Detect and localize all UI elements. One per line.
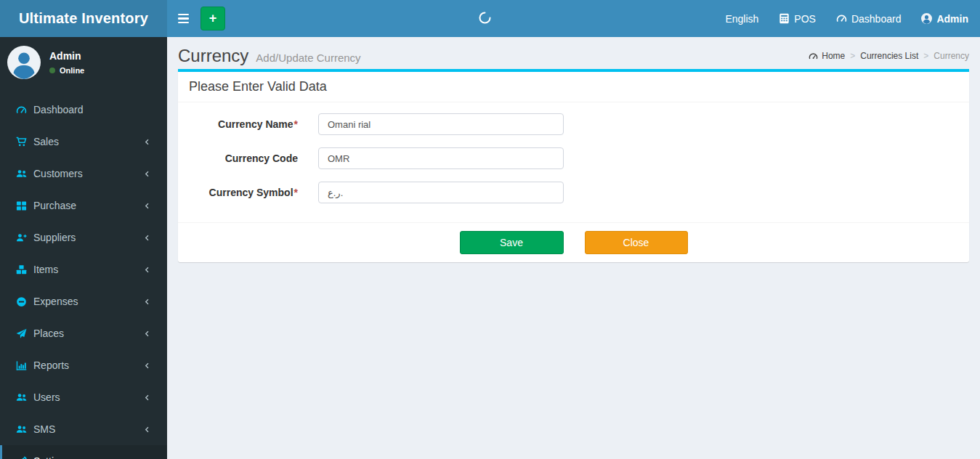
sidebar-item-label: Suppliers [33, 232, 76, 243]
pos-label: POS [794, 13, 816, 25]
currency-symbol-label: Currency Symbol* [189, 187, 298, 198]
sidebar-item-label: Places [33, 328, 64, 339]
dashboard-label: Dashboard [851, 13, 902, 25]
paper-plane-icon [16, 328, 27, 339]
online-status-label: Online [60, 66, 84, 75]
calculator-icon [779, 13, 790, 24]
sidebar-item-customers[interactable]: Customers [0, 158, 167, 190]
pos-link[interactable]: POS [769, 0, 826, 37]
bar-chart-icon [16, 360, 27, 371]
sidebar-item-suppliers[interactable]: Suppliers [0, 222, 167, 253]
chevron-left-icon [142, 266, 153, 274]
gears-icon [16, 456, 27, 459]
sidebar-menu: Dashboard Sales Customers Purchase Suppl… [0, 94, 167, 459]
top-header: Ultimate Inventory + English POS Dashboa… [0, 0, 980, 37]
sidebar-item-settings[interactable]: Settings [0, 445, 167, 459]
navbar-right-menu: English POS Dashboard Admin [715, 0, 980, 37]
sidebar-item-label: Customers [33, 168, 83, 179]
minus-circle-icon [16, 296, 27, 307]
sidebar-item-sms[interactable]: SMS [0, 413, 167, 445]
dashboard-icon [836, 13, 847, 24]
currency-name-input[interactable] [318, 113, 564, 135]
dashboard-link[interactable]: Dashboard [826, 0, 912, 37]
currency-code-row: Currency Code [189, 147, 958, 169]
breadcrumb-currencies-list[interactable]: Currencies List [860, 51, 918, 61]
sidebar-item-items[interactable]: Items [0, 253, 167, 285]
breadcrumb: Home > Currencies List > Currency [809, 51, 969, 61]
chevron-left-icon [142, 298, 153, 306]
close-button[interactable]: Close [585, 231, 688, 254]
chevron-left-icon [142, 234, 153, 242]
user-avatar-icon [921, 13, 932, 24]
breadcrumb-home[interactable]: Home [809, 51, 845, 61]
sidebar: Admin Online Dashboard Sales Customers P… [0, 37, 167, 459]
sidebar-item-label: Settings [33, 455, 70, 459]
panel-footer: Save Close [178, 222, 969, 262]
app-logo[interactable]: Ultimate Inventory [0, 0, 167, 37]
user-menu[interactable]: Admin [911, 0, 980, 37]
breadcrumb-separator: > [850, 51, 855, 61]
currency-form-panel: Please Enter Valid Data Currency Name* C… [178, 69, 969, 262]
users-icon [16, 168, 27, 179]
online-status-dot [49, 68, 55, 73]
currency-code-label: Currency Code [189, 153, 298, 164]
sidebar-item-users[interactable]: Users [0, 381, 167, 413]
tachometer-icon [16, 105, 27, 115]
panel-body: Currency Name* Currency Code Currency Sy… [178, 102, 969, 222]
sidebar-item-reports[interactable]: Reports [0, 349, 167, 381]
chevron-left-icon [142, 426, 153, 434]
grid-icon [16, 200, 27, 211]
save-button[interactable]: Save [460, 231, 564, 254]
chevron-left-icon [142, 394, 153, 402]
hamburger-icon [178, 14, 189, 16]
chevron-left-icon [142, 138, 153, 146]
avatar [7, 46, 41, 79]
user-menu-label: Admin [936, 13, 968, 25]
sidebar-user-panel: Admin Online [0, 37, 167, 86]
sidebar-item-sales[interactable]: Sales [0, 126, 167, 158]
sidebar-user-status: Online [49, 66, 84, 75]
language-label: English [725, 13, 758, 25]
sidebar-item-places[interactable]: Places [0, 317, 167, 349]
required-marker: * [294, 187, 298, 198]
users-icon [16, 392, 27, 403]
cart-icon [16, 137, 27, 147]
breadcrumb-separator: > [923, 51, 928, 61]
sidebar-toggle-button[interactable] [167, 0, 199, 37]
sidebar-item-label: Expenses [33, 296, 78, 307]
page-title: Currency Add/Update Currency [178, 46, 361, 66]
main-content: Currency Add/Update Currency Home > Curr… [167, 37, 980, 459]
user-plus-icon [16, 232, 27, 243]
page-subtitle: Add/Update Currency [256, 52, 360, 64]
breadcrumb-current: Currency [934, 51, 969, 61]
cubes-icon [16, 264, 27, 275]
currency-code-input[interactable] [318, 147, 564, 169]
chevron-left-icon [142, 330, 153, 338]
top-navbar: + English POS Dashboard Admin [167, 0, 980, 37]
chevron-left-icon [142, 362, 153, 370]
currency-name-row: Currency Name* [189, 113, 958, 135]
home-icon [809, 52, 818, 61]
sidebar-item-label: Users [33, 391, 60, 403]
currency-symbol-input[interactable] [318, 182, 564, 203]
sidebar-item-label: Reports [33, 360, 69, 371]
chevron-left-icon [142, 170, 153, 178]
sidebar-item-dashboard[interactable]: Dashboard [0, 94, 167, 126]
currency-symbol-row: Currency Symbol* [189, 182, 958, 203]
sidebar-item-label: SMS [33, 423, 55, 435]
plus-icon: + [209, 11, 217, 26]
content-header: Currency Add/Update Currency Home > Curr… [178, 37, 969, 69]
sidebar-item-label: Sales [33, 136, 59, 147]
users-icon [16, 424, 27, 435]
loading-spinner-icon [478, 11, 492, 25]
sidebar-item-purchase[interactable]: Purchase [0, 190, 167, 222]
panel-heading: Please Enter Valid Data [178, 72, 969, 102]
sidebar-item-label: Items [33, 264, 58, 275]
currency-name-label: Currency Name* [189, 118, 298, 130]
sidebar-user-name: Admin [49, 50, 84, 62]
sidebar-item-label: Dashboard [33, 104, 84, 115]
language-menu[interactable]: English [715, 0, 769, 37]
required-marker: * [294, 118, 298, 130]
add-button[interactable]: + [201, 7, 225, 31]
sidebar-item-expenses[interactable]: Expenses [0, 285, 167, 317]
